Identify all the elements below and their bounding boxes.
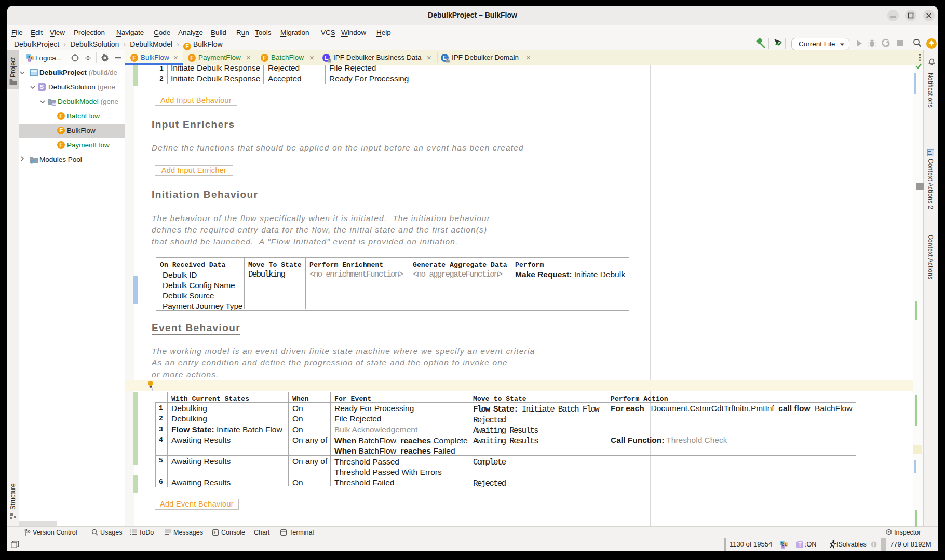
svg-text:L: L bbox=[785, 543, 787, 547]
svg-text:L: L bbox=[31, 56, 33, 60]
svg-text:S: S bbox=[28, 58, 31, 62]
svg-text:S: S bbox=[782, 545, 785, 549]
